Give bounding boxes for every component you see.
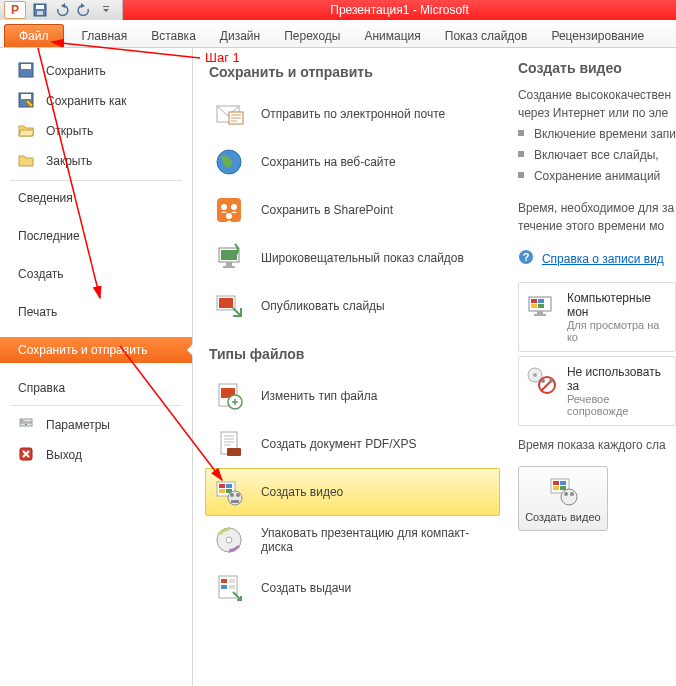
timing-text: течение этого времени мо (518, 217, 676, 235)
sidebar-label: Сведения (18, 191, 73, 205)
item-label: Сохранить в SharePoint (261, 203, 393, 217)
item-create-video[interactable]: Создать видео (205, 468, 500, 516)
svg-rect-63 (560, 481, 566, 485)
svg-point-67 (564, 492, 568, 496)
svg-rect-54 (534, 314, 546, 316)
tab-file[interactable]: Файл (4, 24, 64, 47)
qat-dropdown-icon[interactable] (98, 2, 114, 18)
svg-rect-10 (21, 420, 23, 421)
svg-rect-30 (227, 448, 241, 456)
svg-rect-50 (538, 299, 544, 303)
create-video-button[interactable]: Создать видео (518, 466, 608, 531)
item-label: Создать видео (261, 485, 343, 499)
item-broadcast[interactable]: Широковещательный показ слайдов (205, 234, 500, 282)
sidebar-label: Последние (18, 229, 80, 243)
svg-rect-62 (553, 481, 559, 485)
title-bar: P Презентация1 - Microsoft (0, 0, 676, 20)
save-as-icon (18, 92, 36, 110)
svg-rect-11 (25, 424, 27, 425)
monitor-icon (525, 291, 557, 323)
sidebar-label: Создать (18, 267, 64, 281)
bullet-icon (518, 151, 524, 157)
help-icon: ? (518, 249, 534, 268)
item-package-cd[interactable]: Упаковать презентацию для компакт-диска (205, 516, 500, 564)
sidebar-label: Выход (46, 448, 82, 462)
tab-home[interactable]: Главная (70, 24, 140, 47)
globe-icon (213, 146, 245, 178)
app-icon: P (4, 1, 26, 19)
sidebar-label: Печать (18, 305, 57, 319)
sidebar-item-save-as[interactable]: Сохранить как (0, 86, 192, 116)
item-label: Опубликовать слайды (261, 299, 385, 313)
item-save-sharepoint[interactable]: Сохранить в SharePoint (205, 186, 500, 234)
tab-transitions[interactable]: Переходы (272, 24, 352, 47)
sidebar-item-recent[interactable]: Последние (0, 223, 192, 249)
option-title: Не использовать за (567, 365, 669, 393)
svg-rect-2 (37, 11, 43, 15)
folder-open-icon (18, 122, 36, 140)
svg-rect-39 (231, 500, 239, 503)
sidebar-item-print[interactable]: Печать (0, 299, 192, 325)
tab-slideshow[interactable]: Показ слайдов (433, 24, 540, 47)
sidebar-item-close[interactable]: Закрыть (0, 146, 192, 176)
svg-rect-22 (226, 262, 232, 266)
svg-point-68 (570, 492, 574, 496)
window-title: Презентация1 - Microsoft (123, 3, 676, 17)
tab-review[interactable]: Рецензирование (539, 24, 656, 47)
item-change-file-type[interactable]: Изменить тип файла (205, 372, 500, 420)
sidebar-item-new[interactable]: Создать (0, 261, 192, 287)
item-publish-slides[interactable]: Опубликовать слайды (205, 282, 500, 330)
separator (10, 180, 182, 181)
sharepoint-icon (213, 194, 245, 226)
duration-label: Время показа каждого сла (518, 436, 676, 454)
svg-rect-51 (531, 304, 537, 308)
tab-design[interactable]: Дизайн (208, 24, 272, 47)
publish-icon (213, 290, 245, 322)
item-create-handouts[interactable]: Создать выдачи (205, 564, 500, 612)
sidebar-item-save[interactable]: Сохранить (0, 56, 192, 86)
svg-point-37 (230, 493, 234, 497)
svg-point-42 (226, 537, 232, 543)
svg-point-17 (221, 204, 227, 210)
annotation-step-label: Шаг 1 (205, 50, 240, 65)
item-create-pdf[interactable]: Создать документ PDF/XPS (205, 420, 500, 468)
svg-rect-65 (560, 486, 566, 490)
svg-point-18 (231, 204, 237, 210)
ribbon-tabs: Файл Главная Вставка Дизайн Переходы Ани… (0, 20, 676, 48)
backstage: Сохранить Сохранить как Открыть Закрыть … (0, 48, 676, 686)
tab-animations[interactable]: Анимация (352, 24, 432, 47)
section-title: Типы файлов (209, 346, 500, 362)
bullet-icon (518, 130, 524, 136)
svg-rect-33 (226, 484, 232, 488)
item-label: Отправить по электронной почте (261, 107, 445, 121)
backstage-sidebar: Сохранить Сохранить как Открыть Закрыть … (0, 48, 193, 686)
timing-text: Время, необходимое для за (518, 199, 676, 217)
save-icon (18, 62, 36, 80)
backstage-content: Сохранить и отправить Отправить по элект… (193, 48, 676, 686)
undo-icon[interactable] (54, 2, 70, 18)
narration-dropdown[interactable]: Не использовать за Речевое сопровожде (518, 356, 676, 426)
help-link[interactable]: Справка о записи вид (542, 252, 664, 266)
video-icon (213, 476, 245, 508)
sidebar-item-help[interactable]: Справка (0, 375, 192, 401)
folder-close-icon (18, 152, 36, 170)
bullet-text: Включение времени запи (534, 125, 676, 143)
save-icon[interactable] (32, 2, 48, 18)
sidebar-item-options[interactable]: Параметры (0, 410, 192, 440)
video-quality-dropdown[interactable]: Компьютерные мон Для просмотра на ко (518, 282, 676, 352)
sidebar-item-save-send[interactable]: Сохранить и отправить (0, 337, 192, 363)
sidebar-item-info[interactable]: Сведения (0, 185, 192, 211)
redo-icon[interactable] (76, 2, 92, 18)
item-save-web[interactable]: Сохранить на веб-сайте (205, 138, 500, 186)
tab-insert[interactable]: Вставка (139, 24, 208, 47)
svg-rect-53 (537, 311, 543, 314)
sidebar-item-open[interactable]: Открыть (0, 116, 192, 146)
sidebar-item-exit[interactable]: Выход (0, 440, 192, 470)
option-title: Компьютерные мон (567, 291, 669, 319)
sidebar-label: Справка (18, 381, 65, 395)
no-narration-icon (525, 365, 557, 397)
svg-rect-64 (553, 486, 559, 490)
item-send-email[interactable]: Отправить по электронной почте (205, 90, 500, 138)
separator (10, 405, 182, 406)
svg-rect-52 (538, 304, 544, 308)
